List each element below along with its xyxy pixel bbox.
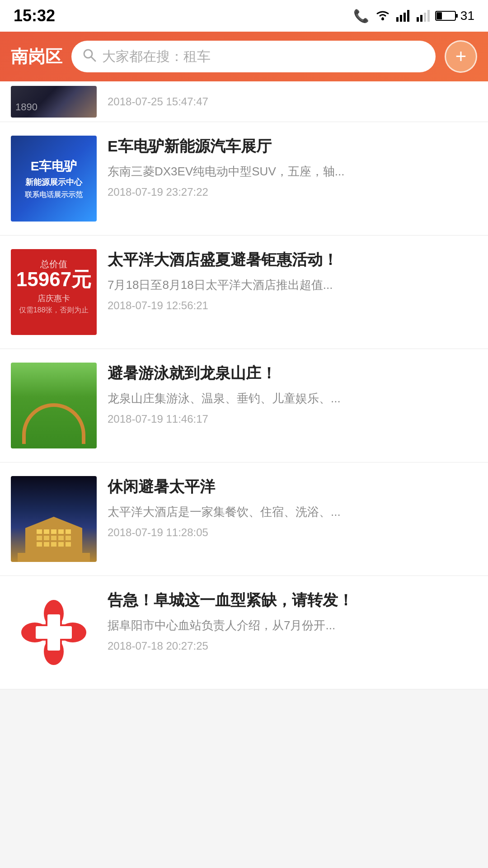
status-bar: 15:32 📞 [0, 0, 488, 32]
feed-thumb-2: 总价值 15967元 店庆惠卡 仅需188张，否则为止 [11, 249, 97, 335]
feed-time-5: 2018-07-18 20:27:25 [108, 640, 477, 652]
feed-desc-3: 龙泉山庄集游泳、温泉、垂钓、儿童娱乐、... [108, 390, 477, 407]
feed-content-4: 休闲避暑太平洋 太平洋大酒店是一家集餐饮、住宿、洗浴、... 2018-07-1… [108, 476, 477, 539]
svg-rect-13 [36, 626, 72, 639]
feed-content-2: 太平洋大酒店盛夏避暑钜惠活动！ 7月18日至8月18日太平洋大酒店推出超值...… [108, 249, 477, 312]
feed-content-3: 避暑游泳就到龙泉山庄！ 龙泉山庄集游泳、温泉、垂钓、儿童娱乐、... 2018-… [108, 363, 477, 425]
feed-desc-2: 7月18日至8月18日太平洋大酒店推出超值... [108, 276, 477, 294]
search-icon [82, 48, 97, 66]
feed-desc-4: 太平洋大酒店是一家集餐饮、住宿、洗浴、... [108, 503, 477, 521]
feed-thumb-4 [11, 476, 97, 562]
app-header: 南岗区 大家都在搜：租车 + [0, 32, 488, 81]
feed-time-2: 2018-07-19 12:56:21 [108, 299, 477, 312]
phone-icon: 📞 [353, 9, 369, 24]
feed-item-1[interactable]: E车电驴 新能源展示中心 联系电话展示示范 E车电驴新能源汽车展厅 东南三菱DX… [0, 122, 488, 236]
feed-item-partial[interactable]: 2018-07-25 15:47:47 [0, 81, 488, 122]
svg-rect-2 [455, 14, 458, 18]
feed-time-3: 2018-07-19 11:46:17 [108, 413, 477, 425]
svg-point-0 [381, 18, 384, 20]
feed-title-5: 告急！阜城这一血型紧缺，请转发！ [108, 590, 477, 611]
feed-title-1: E车电驴新能源汽车展厅 [108, 136, 477, 157]
signal-icon [396, 10, 409, 22]
feed-title-2: 太平洋大酒店盛夏避暑钜惠活动！ [108, 249, 477, 271]
feed-item-5[interactable]: 告急！阜城这一血型紧缺，请转发！ 据阜阳市中心血站负责人介绍，从7月份开... … [0, 576, 488, 689]
status-time: 15:32 [14, 6, 55, 25]
feed-content-5: 告急！阜城这一血型紧缺，请转发！ 据阜阳市中心血站负责人介绍，从7月份开... … [108, 590, 477, 652]
feed-thumb-1: E车电驴 新能源展示中心 联系电话展示示范 [11, 136, 97, 222]
battery-level: 31 [460, 9, 474, 23]
search-bar[interactable]: 大家都在搜：租车 [71, 41, 436, 72]
svg-rect-3 [436, 12, 442, 19]
feed-title-4: 休闲避暑太平洋 [108, 476, 477, 498]
feed-title-3: 避暑游泳就到龙泉山庄！ [108, 363, 477, 384]
battery-icon: 31 [435, 9, 474, 23]
svg-line-5 [91, 57, 95, 61]
feed-item-3[interactable]: 避暑游泳就到龙泉山庄！ 龙泉山庄集游泳、温泉、垂钓、儿童娱乐、... 2018-… [0, 349, 488, 462]
feed-thumb-3 [11, 363, 97, 448]
search-placeholder: 大家都在搜：租车 [102, 47, 211, 66]
feed-content-1: E车电驴新能源汽车展厅 东南三菱DX3EV纯电动中型SUV，五座，轴... 20… [108, 136, 477, 198]
feed-list: 2018-07-25 15:47:47 E车电驴 新能源展示中心 联系电话展示示… [0, 81, 488, 689]
feed-time-0: 2018-07-25 15:47:47 [108, 95, 477, 108]
feed-item-4[interactable]: 休闲避暑太平洋 太平洋大酒店是一家集餐饮、住宿、洗浴、... 2018-07-1… [0, 462, 488, 576]
feed-desc-1: 东南三菱DX3EV纯电动中型SUV，五座，轴... [108, 163, 477, 180]
feed-time-1: 2018-07-19 23:27:22 [108, 186, 477, 198]
feed-thumb-5 [11, 590, 97, 675]
status-icons: 📞 31 [353, 8, 474, 24]
medical-cross-icon [15, 594, 92, 671]
feed-desc-5: 据阜阳市中心血站负责人介绍，从7月份开... [108, 617, 477, 634]
add-button[interactable]: + [445, 40, 477, 73]
wifi-icon [375, 8, 391, 24]
feed-time-4: 2018-07-19 11:28:05 [108, 526, 477, 539]
feed-item-2[interactable]: 总价值 15967元 店庆惠卡 仅需188张，否则为止 太平洋大酒店盛夏避暑钜惠… [0, 236, 488, 349]
signal-icon-2 [417, 10, 430, 22]
location-label[interactable]: 南岗区 [11, 45, 62, 68]
